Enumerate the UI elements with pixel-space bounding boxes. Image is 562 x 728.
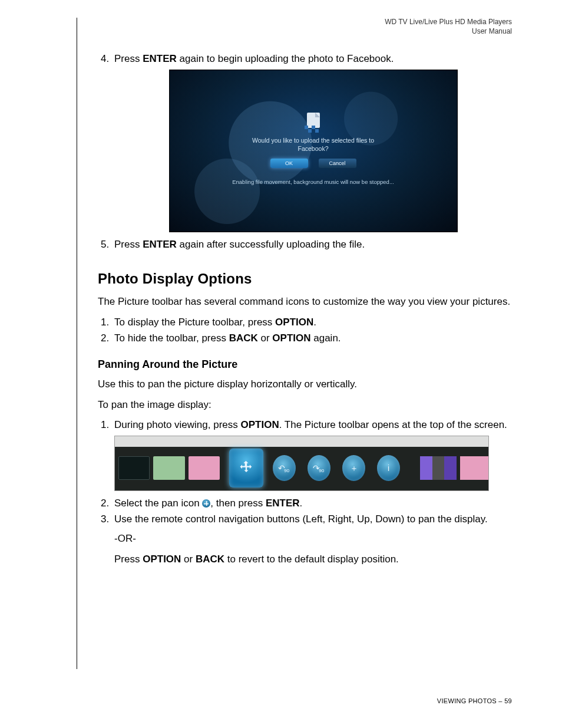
move-arrows-icon [238,460,254,476]
toolbar-step-1: To display the Picture toolbar, press OP… [112,316,512,330]
panning-step-3: Use the remote control navigation button… [112,513,512,566]
toolbar-step-2: To hide the toolbar, press BACK or OPTIO… [112,332,512,345]
dialog-note: Enabling file movement, background music… [231,179,396,186]
thumbnail-strip [420,456,457,480]
upload-steps: Press ENTER again to begin uploading the… [98,52,512,252]
screenshot-upload-dialog: Would you like to upload the selected fi… [169,70,458,232]
cancel-button[interactable]: Cancel [319,159,356,168]
thumbnail [460,456,488,480]
panning-step-1: During photo viewing, press OPTION. The … [112,419,512,491]
upload-file-icon [305,113,322,133]
key-back: BACK [196,554,224,565]
or-divider: -OR- [114,532,512,546]
key-option: OPTION [272,332,310,344]
header-line2: User Manual [77,27,512,37]
page-footer: VIEWING PHOTOS – 59 [437,697,512,704]
vertical-rule [77,18,77,669]
pan-icon-inline [202,499,210,508]
running-header: WD TV Live/Live Plus HD Media Players Us… [77,18,512,36]
dialog-question: Would you like to upload the selected fi… [237,136,390,153]
footer-section: VIEWING PHOTOS [437,697,497,704]
thumbnail [189,456,220,480]
panning-step-2: Select the pan icon , then press ENTER. [112,497,512,510]
panning-lead: To pan the image display: [98,398,512,412]
panning-intro: Use this to pan the picture display hori… [98,378,512,391]
thumbnail [153,456,184,480]
key-enter: ENTER [143,239,177,250]
key-option: OPTION [275,317,313,328]
screenshot-picture-toolbar: ↶90 ↷90 ＋ i [114,436,489,491]
key-back: BACK [229,332,258,344]
rotate-right-icon[interactable]: ↷90 [308,455,330,481]
footer-page-number: 59 [504,697,512,704]
key-option: OPTION [241,419,279,430]
subsection-heading: Panning Around the Picture [98,357,512,371]
thumbnail [118,456,150,480]
key-enter: ENTER [266,498,300,509]
panning-step-3-alt: Press OPTION or BACK to revert to the de… [114,553,512,566]
toolbar-steps: To display the Picture toolbar, press OP… [98,316,512,345]
zoom-in-icon[interactable]: ＋ [342,455,365,481]
rotate-left-icon[interactable]: ↶90 [273,455,296,481]
step-4: Press ENTER again to begin uploading the… [112,52,512,232]
section-intro: The Picture toolbar has several command … [98,295,512,309]
step-5: Press ENTER again after successfully upl… [112,238,512,252]
panning-steps: During photo viewing, press OPTION. The … [98,419,512,566]
key-option: OPTION [143,554,181,565]
key-enter: ENTER [143,53,177,64]
pan-icon[interactable] [229,449,263,487]
section-heading: Photo Display Options [98,269,512,288]
info-icon[interactable]: i [377,455,400,481]
header-line1: WD TV Live/Live Plus HD Media Players [77,18,512,27]
ok-button[interactable]: OK [270,159,308,168]
